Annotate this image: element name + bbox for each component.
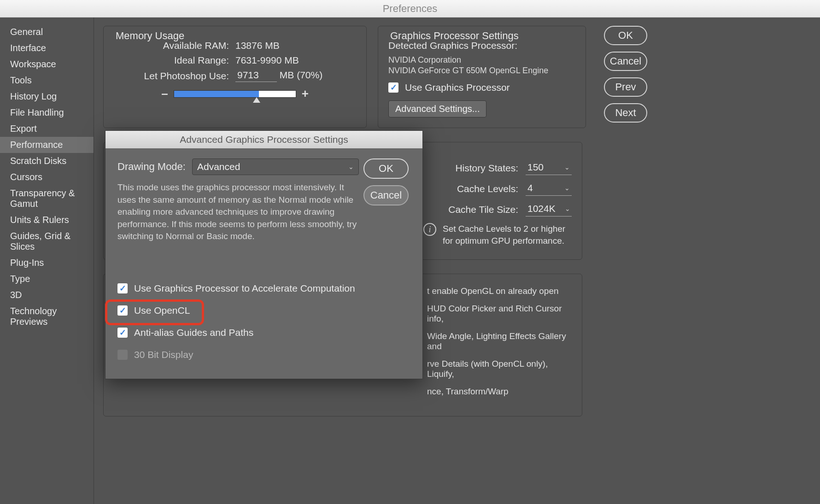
sidebar-item-scratch-disks[interactable]: Scratch Disks bbox=[0, 153, 94, 169]
30bit-display-label: 30 Bit Display bbox=[134, 349, 193, 360]
modal-title-text: Advanced Graphics Processor Settings bbox=[180, 134, 348, 145]
sidebar-item-type[interactable]: Type bbox=[0, 271, 94, 287]
desc-line3: Wide Angle, Lighting Effects Gallery and bbox=[427, 331, 570, 352]
ideal-range-label: Ideal Range: bbox=[114, 55, 229, 66]
sidebar-item-technology-previews[interactable]: Technology Previews bbox=[0, 303, 94, 330]
chevron-down-icon: ⌄ bbox=[565, 205, 570, 212]
sidebar-item-export[interactable]: Export bbox=[0, 121, 94, 137]
sidebar-item-tools[interactable]: Tools bbox=[0, 72, 94, 88]
let-ps-use-input[interactable] bbox=[235, 70, 277, 82]
advanced-gpu-settings-dialog: Advanced Graphics Processor Settings Dra… bbox=[105, 130, 423, 379]
available-ram-value: 13876 MB bbox=[235, 40, 280, 51]
use-gpu-checkbox[interactable]: ✓ bbox=[388, 82, 398, 93]
ok-button[interactable]: OK bbox=[604, 26, 647, 45]
history-states-select[interactable]: 150 ⌄ bbox=[526, 161, 572, 175]
memory-panel-title: Memory Usage bbox=[112, 30, 188, 42]
chevron-down-icon: ⌄ bbox=[564, 164, 570, 171]
history-states-value: 150 bbox=[527, 162, 544, 173]
modal-cancel-button[interactable]: Cancel bbox=[363, 185, 409, 205]
window-title: Preferences bbox=[0, 0, 820, 18]
gpu-model: NVIDIA GeForce GT 650M OpenGL Engine bbox=[388, 65, 575, 76]
history-states-label: History States: bbox=[455, 163, 518, 174]
drawing-mode-description: This mode uses the graphics processor mo… bbox=[117, 182, 359, 243]
sidebar-item-plug-ins[interactable]: Plug-Ins bbox=[0, 255, 94, 271]
sidebar-item-workspace[interactable]: Workspace bbox=[0, 56, 94, 72]
antialias-checkbox[interactable]: ✓ bbox=[117, 328, 128, 338]
cache-tile-label: Cache Tile Size: bbox=[448, 204, 518, 215]
memory-slider[interactable] bbox=[174, 90, 296, 98]
memory-decrease-button[interactable]: – bbox=[161, 87, 168, 101]
next-button[interactable]: Next bbox=[604, 103, 647, 123]
desc-line5: nce, Transform/Warp bbox=[427, 387, 570, 397]
sidebar-item-3d[interactable]: 3D bbox=[0, 287, 94, 303]
30bit-display-checkbox[interactable]: ✓ bbox=[117, 350, 128, 360]
cache-tile-select[interactable]: 1024K ⌄ bbox=[526, 202, 572, 217]
memory-usage-panel: Memory Usage Available RAM: 13876 MB Ide… bbox=[103, 26, 367, 128]
cache-levels-label: Cache Levels: bbox=[457, 183, 518, 194]
modal-ok-button[interactable]: OK bbox=[363, 158, 409, 179]
preferences-sidebar: GeneralInterfaceWorkspaceToolsHistory Lo… bbox=[0, 18, 94, 504]
prev-button[interactable]: Prev bbox=[604, 77, 647, 97]
sidebar-item-units-rulers[interactable]: Units & Rulers bbox=[0, 212, 94, 228]
chevron-down-icon: ⌄ bbox=[564, 184, 570, 192]
modal-title: Advanced Graphics Processor Settings bbox=[105, 131, 422, 148]
drawing-mode-label: Drawing Mode: bbox=[117, 161, 186, 173]
memory-increase-button[interactable]: + bbox=[302, 87, 309, 101]
chevron-down-icon: ⌄ bbox=[348, 163, 354, 170]
dialog-buttons: OK Cancel Prev Next bbox=[597, 26, 654, 128]
drawing-mode-value: Advanced bbox=[197, 161, 240, 172]
use-opencl-checkbox[interactable]: ✓ bbox=[117, 305, 128, 316]
desc-line1: t enable OpenGL on already open bbox=[427, 286, 570, 296]
antialias-label: Anti-alias Guides and Paths bbox=[134, 327, 253, 338]
desc-line4: rve Details (with OpenCL only), Liquify, bbox=[427, 359, 570, 379]
sidebar-item-history-log[interactable]: History Log bbox=[0, 88, 94, 105]
advanced-settings-button[interactable]: Advanced Settings... bbox=[388, 100, 486, 117]
sidebar-item-guides-grid-slices[interactable]: Guides, Grid & Slices bbox=[0, 228, 94, 255]
let-ps-use-label: Let Photoshop Use: bbox=[114, 70, 229, 82]
window-title-text: Preferences bbox=[383, 3, 438, 15]
sidebar-item-transparency-gamut[interactable]: Transparency & Gamut bbox=[0, 185, 94, 212]
cancel-button[interactable]: Cancel bbox=[604, 52, 647, 71]
sidebar-item-general[interactable]: General bbox=[0, 24, 94, 40]
cache-levels-select[interactable]: 4 ⌄ bbox=[526, 182, 572, 196]
cache-tile-value: 1024K bbox=[527, 203, 556, 214]
memory-slider-fill bbox=[174, 91, 259, 97]
cache-hint-text: Set Cache Levels to 2 or higher for opti… bbox=[443, 223, 572, 246]
info-icon: i bbox=[423, 223, 436, 236]
memory-slider-thumb[interactable] bbox=[253, 97, 260, 103]
sidebar-item-interface[interactable]: Interface bbox=[0, 40, 94, 56]
drawing-mode-select[interactable]: Advanced ⌄ bbox=[192, 158, 359, 175]
sidebar-item-performance[interactable]: Performance bbox=[0, 137, 94, 153]
use-gpu-label: Use Graphics Processor bbox=[405, 82, 510, 93]
use-opencl-label: Use OpenCL bbox=[134, 305, 190, 316]
gpu-vendor: NVIDIA Corporation bbox=[388, 55, 575, 65]
ideal-range-value: 7631-9990 MB bbox=[235, 55, 299, 66]
let-ps-use-suffix: MB (70%) bbox=[280, 70, 322, 80]
accelerate-compute-label: Use Graphics Processor to Accelerate Com… bbox=[134, 283, 355, 294]
cache-levels-value: 4 bbox=[527, 182, 533, 193]
sidebar-item-file-handling[interactable]: File Handling bbox=[0, 105, 94, 121]
sidebar-item-cursors[interactable]: Cursors bbox=[0, 169, 94, 185]
accelerate-compute-checkbox[interactable]: ✓ bbox=[117, 283, 128, 293]
gpu-settings-panel: Graphics Processor Settings Detected Gra… bbox=[378, 26, 586, 128]
desc-line2: HUD Color Picker and Rich Cursor info, bbox=[427, 304, 570, 324]
gpu-panel-title: Graphics Processor Settings bbox=[387, 30, 522, 42]
